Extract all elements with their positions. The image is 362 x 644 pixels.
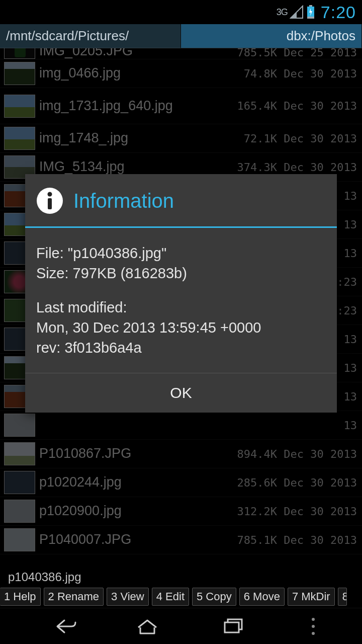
toolbar-button-rename[interactable]: 2 Rename [44, 588, 104, 606]
ok-button[interactable]: OK [25, 373, 337, 413]
overflow-menu-icon[interactable] [312, 618, 315, 635]
toolbar-button-8[interactable]: 8 [338, 588, 347, 606]
toolbar-button-view[interactable]: 3 View [107, 588, 149, 606]
dialog-header: Information [25, 174, 337, 226]
info-rev-line: rev: 3f013b6a4a [36, 338, 326, 358]
toolbar-button-help[interactable]: 1 Help [0, 588, 41, 606]
toolbar-button-move[interactable]: 6 Move [239, 588, 285, 606]
info-size-line: Size: 797KB (816283b) [36, 263, 326, 283]
toolbar-button-mkdir[interactable]: 7 MkDir [288, 588, 335, 606]
selected-filename: p1040386.jpg [0, 569, 362, 586]
tab-local[interactable]: /mnt/sdcard/Pictures/ [0, 24, 181, 48]
path-tabs: /mnt/sdcard/Pictures/ dbx:/Photos [0, 24, 362, 48]
home-icon[interactable] [132, 616, 162, 636]
toolbar-button-copy[interactable]: 5 Copy [192, 588, 236, 606]
toolbar: 1 Help2 Rename3 View4 Edit5 Copy6 Move7 … [0, 586, 362, 608]
svg-rect-0 [309, 5, 312, 7]
svg-rect-3 [225, 622, 239, 632]
info-modified-label: Last modified: [36, 297, 326, 317]
svg-rect-6 [48, 198, 52, 209]
dialog-body: File: "p1040386.jpg" Size: 797KB (816283… [25, 228, 337, 373]
dialog-title: Information [73, 190, 174, 212]
recents-icon[interactable] [217, 616, 247, 636]
status-bar: 3G 7:20 [0, 0, 362, 24]
toolbar-button-edit[interactable]: 4 Edit [152, 588, 189, 606]
info-dialog: Information File: "p1040386.jpg" Size: 7… [25, 174, 337, 413]
svg-point-5 [48, 192, 52, 197]
info-file-line: File: "p1040386.jpg" [36, 243, 326, 263]
tab-remote[interactable]: dbx:/Photos [181, 24, 362, 48]
battery-icon [307, 5, 315, 19]
info-icon [36, 187, 63, 214]
info-modified-value: Mon, 30 Dec 2013 13:59:45 +0000 [36, 317, 326, 338]
clock: 7:20 [321, 3, 356, 22]
navbar [0, 608, 362, 644]
back-icon[interactable] [47, 616, 77, 636]
network-label: 3G [277, 7, 288, 18]
signal-icon [290, 5, 304, 19]
